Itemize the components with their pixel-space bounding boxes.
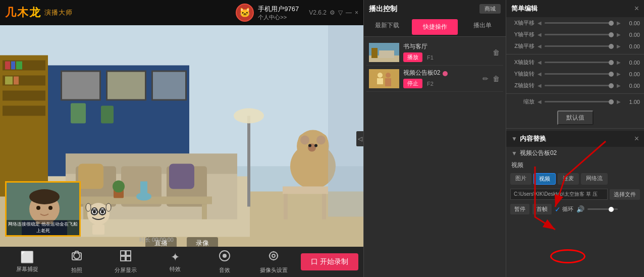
divider-3: [506, 128, 644, 129]
svg-rect-69: [92, 225, 104, 235]
playlist-stop-btn-2[interactable]: 停止: [403, 79, 422, 88]
tab-quick[interactable]: 快捷操作: [412, 19, 458, 35]
minimize-icon[interactable]: —: [346, 9, 352, 16]
collapse-btn[interactable]: ◁: [356, 131, 363, 146]
playlist-edit-2[interactable]: ✏: [481, 74, 490, 84]
camera-settings-tool[interactable]: 摄像头设置: [251, 247, 296, 276]
svg-rect-90: [377, 78, 383, 84]
z-rotate-right[interactable]: ▶: [616, 83, 622, 88]
playlist-actions-1: 🗑: [492, 47, 501, 58]
playlist-key-1: F1: [427, 54, 434, 61]
dropdown-icon[interactable]: ▽: [338, 9, 343, 16]
audio-icon: [219, 250, 231, 265]
content-close-button[interactable]: ×: [634, 134, 639, 143]
start-broadcast-button[interactable]: 口 开始录制: [301, 253, 358, 270]
x-translate-value: 0.00: [624, 20, 640, 26]
tab-network-stream[interactable]: 网络流: [581, 173, 608, 185]
loop-checkbox-area[interactable]: ✓ 循环: [555, 205, 573, 213]
svg-rect-73: [126, 251, 131, 255]
screen-capture-tool[interactable]: ⬜ 屏幕捕捉: [5, 248, 49, 275]
svg-rect-51: [322, 194, 326, 219]
svg-point-89: [378, 73, 383, 78]
cartoon-character: [83, 201, 114, 237]
svg-rect-28: [78, 164, 103, 189]
z-rotate-left[interactable]: ◀: [536, 83, 543, 88]
svg-point-78: [270, 252, 278, 260]
svg-point-43: [300, 136, 309, 145]
tab-video[interactable]: 视频: [533, 173, 556, 185]
audio-tool[interactable]: 音效: [202, 247, 247, 276]
z-translate-right[interactable]: ▶: [616, 43, 622, 49]
y-rotate-right[interactable]: ▶: [616, 71, 622, 77]
z-translate-label: Z轴平移: [510, 42, 534, 50]
y-translate-right[interactable]: ▶: [616, 32, 622, 37]
logo-area: 几木龙 演播大师: [5, 5, 73, 20]
default-value-button[interactable]: 默认值: [557, 110, 594, 125]
x-rotate-right[interactable]: ▶: [616, 60, 622, 65]
z-translate-value: 0.00: [624, 43, 640, 49]
x-translate-right[interactable]: ▶: [616, 20, 622, 26]
x-translate-left[interactable]: ◀: [536, 20, 543, 26]
x-rotate-slider[interactable]: [545, 62, 614, 63]
x-rotate-row: X轴旋转 ◀ ▶ 0.00: [506, 57, 644, 68]
effects-tool[interactable]: ✦ 特效: [153, 248, 197, 275]
tab-playlist[interactable]: 播出单: [459, 18, 506, 36]
scale-right[interactable]: ▶: [616, 99, 622, 104]
volume-slider[interactable]: [587, 208, 618, 210]
svg-rect-32: [202, 204, 207, 219]
media-type-tabs: 图片 视频 连麦 网络流: [506, 171, 644, 187]
y-translate-slider[interactable]: [545, 34, 614, 35]
close-icon[interactable]: ×: [355, 9, 358, 16]
svg-point-70: [74, 253, 80, 259]
z-rotate-slider[interactable]: [545, 85, 614, 86]
y-rotate-left[interactable]: ◀: [536, 71, 543, 77]
tab-image[interactable]: 图片: [510, 173, 531, 185]
pause-button[interactable]: 暂停: [510, 204, 529, 214]
select-file-button[interactable]: 选择文件: [610, 189, 640, 200]
editor-close-button[interactable]: ×: [634, 4, 639, 13]
editor-title: 简单编辑: [511, 4, 634, 13]
file-path-row: C:\Users\KIK\Desktop\太空旅客 草 压 选择文件: [506, 187, 644, 202]
svg-rect-86: [371, 48, 378, 58]
playlist-area: 书与客厅 播放 F1 🗑: [364, 37, 506, 94]
screen-capture-label: 屏幕捕捉: [16, 265, 38, 273]
svg-rect-75: [126, 256, 131, 261]
svg-point-57: [36, 206, 40, 210]
svg-point-91: [386, 73, 391, 78]
first-frame-button[interactable]: 首帧: [532, 204, 552, 214]
volume-thumb[interactable]: [609, 207, 614, 212]
playback-tabs: 最新下载 快捷操作 播出单: [364, 18, 506, 37]
z-translate-slider[interactable]: [545, 45, 614, 47]
split-display-tool[interactable]: 分屏显示: [103, 247, 148, 276]
profile-link[interactable]: 个人中心>>: [258, 14, 299, 21]
x-translate-label: X轴平移: [510, 19, 534, 27]
playlist-delete-2[interactable]: 🗑: [492, 74, 501, 84]
x-rotate-left[interactable]: ◀: [536, 60, 543, 65]
content-item-header: ▼ 视频公告板02: [506, 147, 644, 159]
playlist-play-btn-1[interactable]: 播放: [403, 52, 422, 62]
y-translate-left[interactable]: ◀: [536, 32, 543, 37]
tab-latest[interactable]: 最新下载: [364, 18, 410, 36]
photo-tool[interactable]: 拍照: [55, 247, 99, 276]
playlist-item: 书与客厅 播放 F1 🗑: [366, 39, 503, 66]
scale-slider[interactable]: [545, 101, 614, 102]
user-info: 手机用户9767 个人中心>>: [258, 5, 299, 21]
y-rotate-slider[interactable]: [545, 73, 614, 75]
preview-area: 网络连接很稳定 他在运动金在飞船上老死: [0, 25, 363, 252]
playback-panel: 播出控制 商城 最新下载 快捷操作 播出单 书与客厅 播放 F1: [363, 0, 506, 277]
svg-rect-10: [16, 62, 22, 70]
x-translate-slider[interactable]: [545, 22, 614, 24]
settings-icon[interactable]: ⚙: [330, 9, 335, 16]
loop-label: 循环: [562, 205, 573, 213]
audio-label: 音效: [219, 266, 230, 274]
content-section-label: 视频: [506, 159, 644, 171]
content-collapse-icon[interactable]: ▼: [511, 135, 517, 142]
tab-continuous[interactable]: 连麦: [558, 173, 579, 185]
scale-left[interactable]: ◀: [536, 99, 543, 104]
y-rotate-value: 0.00: [624, 71, 640, 77]
shop-button[interactable]: 商城: [479, 4, 501, 14]
svg-rect-6: [3, 91, 45, 101]
z-rotate-row: Z轴旋转 ◀ ▶ 0.00: [506, 80, 644, 91]
playlist-delete-1[interactable]: 🗑: [492, 47, 501, 58]
z-translate-left[interactable]: ◀: [536, 43, 543, 49]
